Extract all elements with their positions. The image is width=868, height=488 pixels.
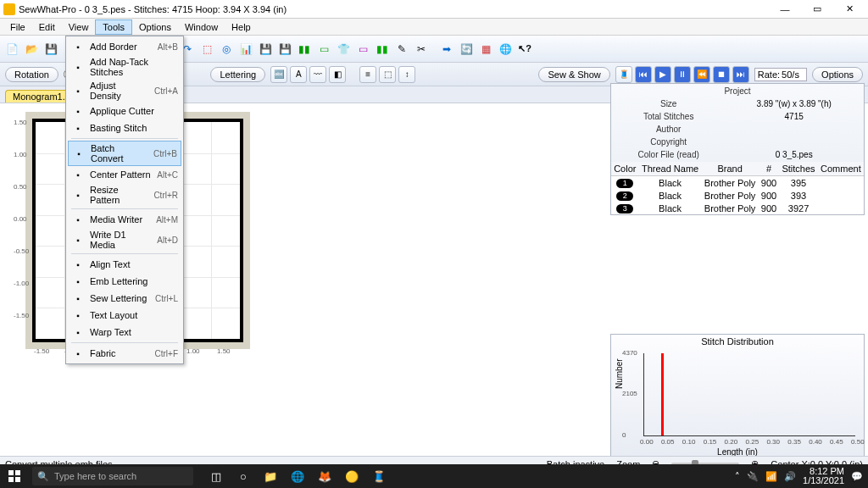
menu-edit[interactable]: Edit bbox=[32, 20, 62, 34]
firefox-icon[interactable]: 🦊 bbox=[312, 465, 337, 487]
options-button[interactable]: Options bbox=[812, 67, 863, 82]
taskbar-clock[interactable]: 8:12 PM 1/13/2021 bbox=[803, 467, 844, 485]
hoop-icon[interactable]: ⬚ bbox=[198, 41, 215, 58]
menuitem-batch-convert[interactable]: ▪Batch ConvertCtrl+B bbox=[68, 141, 181, 166]
rate-label: Rate: bbox=[758, 69, 780, 80]
dist-x-tick: 0.30 bbox=[766, 438, 780, 446]
thread-header[interactable]: Comment bbox=[818, 162, 864, 176]
align-tool-1[interactable]: ≡ bbox=[359, 66, 376, 83]
menuitem-shortcut: Ctrl+A bbox=[154, 86, 178, 96]
window-icon[interactable]: ▭ bbox=[315, 41, 332, 58]
window-title: SewWhat-Pro - 0 3_5.pes - Stitches: 4715… bbox=[19, 4, 770, 14]
cortana-icon[interactable]: ○ bbox=[231, 465, 256, 487]
menuitem-emb-lettering[interactable]: ▪Emb Lettering bbox=[68, 273, 181, 290]
rotation-button[interactable]: Rotation bbox=[5, 67, 58, 82]
thread-header[interactable]: Stitches bbox=[779, 162, 818, 176]
app-taskbar-icon[interactable]: 🧵 bbox=[366, 465, 392, 487]
lettering-tool-4[interactable]: ◧ bbox=[329, 66, 346, 83]
menuitem-add-nap-tack-stitches[interactable]: ▪Add Nap-Tack Stitches bbox=[68, 55, 181, 79]
eyedrop-icon[interactable]: ✎ bbox=[393, 41, 410, 58]
player-prev-icon[interactable]: ⏮ bbox=[635, 66, 652, 83]
taskview-icon[interactable]: ◫ bbox=[203, 465, 229, 487]
tray-up-icon[interactable]: ˄ bbox=[735, 471, 740, 482]
tray-wifi-icon[interactable]: 📶 bbox=[765, 471, 777, 482]
close-button[interactable]: ✕ bbox=[834, 1, 865, 18]
menuitem-warp-text[interactable]: ▪Warp Text bbox=[68, 324, 181, 341]
save-icon[interactable]: 💾 bbox=[42, 41, 59, 58]
menuitem-label: Fabric bbox=[90, 348, 150, 358]
shirt-icon[interactable]: 👕 bbox=[335, 41, 352, 58]
menuitem-sew-lettering[interactable]: ▪Sew LetteringCtrl+L bbox=[68, 290, 181, 307]
dist-x-tick: 0.15 bbox=[704, 438, 717, 446]
tray-battery-icon[interactable]: 🔌 bbox=[747, 471, 759, 482]
border-icon: ▪ bbox=[71, 40, 85, 53]
grid-icon[interactable]: ▦ bbox=[477, 41, 494, 58]
whatsthis-icon[interactable]: ↖? bbox=[516, 41, 533, 58]
needle-icon[interactable]: ✂ bbox=[413, 41, 430, 58]
maximize-button[interactable]: ▭ bbox=[802, 1, 832, 18]
menuitem-text-layout[interactable]: ▪Text Layout bbox=[68, 307, 181, 324]
player-back-icon[interactable]: ⏪ bbox=[693, 66, 710, 83]
menuitem-basting-stitch[interactable]: ▪Basting Stitch bbox=[68, 119, 181, 136]
menuitem-resize-pattern[interactable]: ▪Resize PatternCtrl+R bbox=[68, 183, 181, 207]
player-machine-icon[interactable]: 🧵 bbox=[615, 66, 632, 83]
chrome-icon[interactable]: 🟡 bbox=[339, 465, 364, 487]
forward-icon[interactable]: ➡ bbox=[438, 41, 455, 58]
player-stop-icon[interactable]: ⏹ bbox=[713, 66, 730, 83]
menu-options[interactable]: Options bbox=[132, 20, 178, 34]
menu-file[interactable]: File bbox=[3, 20, 32, 34]
open-icon[interactable]: 📂 bbox=[23, 41, 40, 58]
taskbar-search[interactable]: 🔍 Type here to search bbox=[32, 467, 193, 485]
save3-icon[interactable]: 💾 bbox=[276, 41, 293, 58]
menuitem-label: Add Nap-Tack Stitches bbox=[90, 57, 173, 77]
explorer-icon[interactable]: 📁 bbox=[258, 465, 283, 487]
svg-rect-1 bbox=[15, 470, 20, 475]
minimize-button[interactable]: ― bbox=[770, 1, 800, 18]
menu-help[interactable]: Help bbox=[225, 20, 258, 34]
menuitem-center-pattern[interactable]: ▪Center PatternAlt+C bbox=[68, 166, 181, 183]
align-tool-2[interactable]: ⬚ bbox=[379, 66, 396, 83]
new-icon[interactable]: 📄 bbox=[3, 41, 20, 58]
lettering-tool-3[interactable]: 〰 bbox=[309, 66, 326, 83]
thread-row[interactable]: 3BlackBrother Poly9003927 bbox=[611, 202, 864, 214]
menuitem-media-writer[interactable]: ▪Media WriterAlt+M bbox=[68, 211, 181, 228]
baste-icon[interactable]: ◎ bbox=[218, 41, 235, 58]
globe-icon[interactable]: 🌐 bbox=[497, 41, 514, 58]
lettering-tool-1[interactable]: 🔤 bbox=[270, 66, 287, 83]
thread-header[interactable]: Brand bbox=[702, 162, 759, 176]
menu-window[interactable]: Window bbox=[178, 20, 225, 34]
menuitem-fabric[interactable]: ▪FabricCtrl+F bbox=[68, 345, 181, 362]
refresh-icon[interactable]: 🔄 bbox=[458, 41, 475, 58]
tray-notif-icon[interactable]: 💬 bbox=[851, 471, 863, 482]
rate-input[interactable] bbox=[782, 69, 804, 80]
lettering-tool-2[interactable]: A bbox=[290, 66, 307, 83]
menuitem-align-text[interactable]: ▪Align Text bbox=[68, 256, 181, 273]
sewshow-button[interactable]: Sew & Show bbox=[538, 67, 609, 82]
menuitem-applique-cutter[interactable]: ▪Applique Cutter bbox=[68, 103, 181, 119]
align-tool-3[interactable]: ↕ bbox=[398, 66, 415, 83]
edge-icon[interactable]: 🌐 bbox=[285, 465, 310, 487]
save2-icon[interactable]: 💾 bbox=[257, 41, 274, 58]
start-button[interactable] bbox=[0, 464, 29, 488]
tray-volume-icon[interactable]: 🔊 bbox=[784, 471, 796, 482]
menu-view[interactable]: View bbox=[62, 20, 96, 34]
lettering-button[interactable]: Lettering bbox=[210, 67, 265, 82]
compare-icon[interactable]: ▮▮ bbox=[296, 41, 313, 58]
player-next-icon[interactable]: ⏭ bbox=[732, 66, 749, 83]
color-icon[interactable]: ▮▮ bbox=[374, 41, 391, 58]
player-pause-icon[interactable]: ⏸ bbox=[674, 66, 691, 83]
rect-icon[interactable]: ▭ bbox=[354, 41, 371, 58]
thread-header[interactable]: Color bbox=[611, 162, 639, 176]
menuitem-adjust-density[interactable]: ▪Adjust DensityCtrl+A bbox=[68, 79, 181, 103]
thread-header[interactable]: # bbox=[759, 162, 780, 176]
menuitem-add-border[interactable]: ▪Add BorderAlt+B bbox=[68, 38, 181, 55]
dist-y-tick: 2105 bbox=[622, 390, 637, 397]
thread-row[interactable]: 2BlackBrother Poly900393 bbox=[611, 189, 864, 202]
thread-header[interactable]: Thread Name bbox=[639, 162, 702, 176]
menuitem-write-d1-media[interactable]: ▪Write D1 MediaAlt+D bbox=[68, 228, 181, 252]
chart-icon[interactable]: 📊 bbox=[237, 41, 254, 58]
menu-tools[interactable]: Tools bbox=[95, 19, 132, 35]
thread-row[interactable]: 1BlackBrother Poly900395 bbox=[611, 176, 864, 190]
emb-icon: ▪ bbox=[71, 274, 85, 288]
player-play-icon[interactable]: ▶ bbox=[654, 66, 671, 83]
